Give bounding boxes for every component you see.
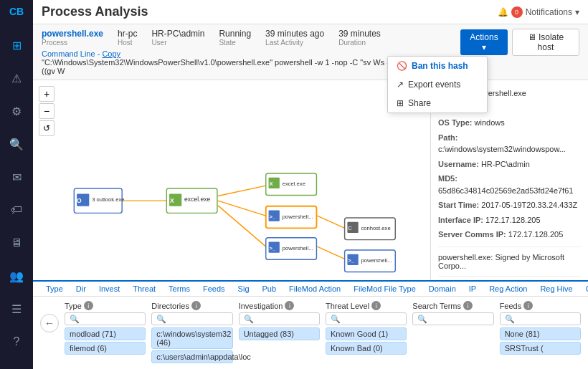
duration-label: Duration [338, 39, 381, 47]
dropdown-item-share[interactable]: ⊞ Share [388, 94, 487, 112]
graph-area: + − ↺ [33, 80, 430, 280]
filter-group-type: Type imodload (71)filemod (6) [65, 301, 146, 365]
filter-search-search terms[interactable] [412, 312, 493, 325]
filter-label: Threat Level i [326, 301, 407, 310]
tab-dir[interactable]: Dir [70, 282, 92, 296]
notifications-label: Notifications [526, 7, 572, 17]
process-name[interactable]: powershell.exe [42, 29, 103, 39]
filter-tag[interactable]: Known Good (1) [326, 327, 407, 340]
svg-text:X: X [170, 197, 174, 204]
node-ps2[interactable]: >_ powershell... [266, 238, 317, 260]
node-ps3[interactable]: >_ powershell... [345, 250, 396, 272]
reset-button[interactable]: ↺ [39, 120, 54, 136]
main-content: Process Analysis 🔔 0 Notifications ▾ pow… [33, 0, 588, 369]
node-outlook[interactable]: O 3 outlook.exe [74, 188, 124, 213]
svg-text:C: C [348, 225, 352, 231]
tab-terms[interactable]: Terms [163, 282, 196, 296]
sidebar-icon-dashboard[interactable]: ⊞ [6, 34, 27, 56]
host-label: Host [118, 39, 137, 47]
filter-tag[interactable]: Known Bad (0) [326, 342, 407, 355]
copy-link[interactable]: Copy [102, 49, 120, 58]
sidebar-icon-alert[interactable]: ⚠ [6, 67, 27, 89]
node-excel2[interactable]: X excel.exe [266, 173, 317, 196]
sidebar-icon-mail[interactable]: ✉ [6, 166, 27, 188]
page-header: Process Analysis 🔔 0 Notifications ▾ [33, 0, 588, 24]
edge-excel1-ps2 [218, 206, 266, 246]
tab-filemod-file-type[interactable]: FileMod File Type [348, 282, 422, 296]
filter-search-type[interactable] [65, 312, 146, 325]
back-button[interactable]: ← [40, 314, 59, 332]
filter-search-feeds[interactable] [500, 312, 581, 325]
sidebar-icon-group[interactable]: 👥 [6, 265, 27, 287]
right-panel-fields: PID: 5768OS Type: windowsPath: c:\window… [438, 102, 581, 241]
bell-icon: 🔔 [498, 7, 508, 17]
signed-text: powershell.exe: Signed by Microsoft Corp… [438, 253, 581, 270]
process-graph: O 3 outlook.exe X excel.exe X excel.exe [33, 80, 430, 280]
filter-tag[interactable]: c:\users\admin\appdata\loc [151, 350, 232, 363]
duration-group: 39 minutes Duration [338, 29, 381, 47]
filter-search-threat level[interactable] [326, 312, 407, 325]
tab-pub[interactable]: Pub [257, 282, 283, 296]
process-meta-row: powershell.exe Process hr-pc Host HR-PC\… [42, 29, 460, 47]
tab-invest[interactable]: Invest [93, 282, 125, 296]
tab-reg-hive[interactable]: Reg Hive [534, 282, 578, 296]
tab-sig[interactable]: Sig [232, 282, 255, 296]
filter-label: Directories i [151, 301, 232, 310]
tab-reg-action[interactable]: Reg Action [483, 282, 533, 296]
dropdown-item-export[interactable]: ↗ Export events [388, 75, 487, 94]
filter-search-investigation[interactable] [239, 312, 320, 325]
tab-feeds[interactable]: Feeds [197, 282, 231, 296]
bottom-tabs: TypeDirInvestThreatTermsFeedsSigPubFileM… [33, 280, 588, 296]
dropdown-item-ban[interactable]: 🚫 Ban this hash [388, 57, 487, 75]
svg-text:conhost.exe: conhost.exe [361, 225, 391, 231]
sidebar-icon-search[interactable]: 🔍 [6, 133, 27, 155]
share-label: Share [408, 98, 431, 108]
svg-text:3 outlook.exe: 3 outlook.exe [92, 196, 124, 203]
actions-dropdown: 🚫 Ban this hash ↗ Export events ⊞ Share [387, 56, 488, 113]
node-ps1-selected[interactable]: >_ powershell... [266, 206, 317, 229]
notifications-button[interactable]: 🔔 0 Notifications ▾ [498, 6, 579, 18]
info-icon: i [84, 301, 93, 310]
info-icon: i [463, 301, 473, 310]
filter-search-directories[interactable] [151, 312, 232, 325]
right-panel-field: Interface IP: 172.17.128.205 [438, 214, 581, 226]
tab-filemod-action[interactable]: FileMod Action [283, 282, 346, 296]
tab-threat[interactable]: Threat [127, 282, 161, 296]
zoom-out-button[interactable]: − [39, 103, 54, 119]
svg-text:O: O [77, 197, 82, 204]
ban-label: Ban this hash [412, 61, 468, 71]
app-logo[interactable]: CB [9, 6, 24, 17]
command-line-label: Command Line - [42, 49, 100, 58]
node-excel1[interactable]: X excel.exe [166, 188, 217, 213]
svg-text:>_: >_ [348, 257, 354, 264]
filter-tag[interactable]: None (81) [500, 327, 581, 340]
filter-tag[interactable]: filemod (6) [65, 342, 146, 355]
notification-badge: 0 [511, 6, 523, 18]
tab-child-path[interactable]: Child Path [580, 282, 588, 296]
isolate-button[interactable]: 🖥 Isolate host [512, 29, 579, 56]
filter-tag[interactable]: c:\windows\system32 (46) [151, 327, 232, 349]
state-label: State [219, 39, 251, 47]
right-panel-field: Start Time: 2017-05-19T20.33.24.433Z [438, 199, 581, 211]
sidebar-icon-monitor[interactable]: 🖥 [6, 232, 27, 254]
filter-tag[interactable]: SRSTrust ( [500, 342, 581, 355]
right-panel-field: Username: HR-PC\admin [438, 158, 581, 171]
sidebar-icon-settings[interactable]: ⚙ [6, 100, 27, 122]
actions-button[interactable]: Actions ▾ [460, 29, 508, 55]
sidebar-icon-list[interactable]: ☰ [6, 298, 27, 320]
sidebar-icon-tag[interactable]: 🏷 [6, 199, 27, 221]
ban-icon: 🚫 [397, 61, 407, 71]
filter-group-search-terms: Search Terms i [412, 301, 493, 365]
node-conhost[interactable]: C conhost.exe [345, 218, 396, 240]
sidebar-icon-help[interactable]: ? [6, 331, 27, 353]
edge-ps2-ps3 [317, 246, 344, 259]
right-panel-field: Path: c:\windows\system32\windowspow... [438, 132, 581, 155]
filter-tag[interactable]: Untagged (83) [239, 327, 320, 340]
sidebar: CB ⊞ ⚠ ⚙ 🔍 ✉ 🏷 🖥 👥 ☰ ? [0, 0, 33, 369]
tab-domain[interactable]: Domain [423, 282, 462, 296]
filter-tag[interactable]: modload (71) [65, 327, 146, 340]
export-icon: ↗ [397, 80, 404, 90]
zoom-in-button[interactable]: + [39, 86, 54, 102]
tab-ip[interactable]: IP [463, 282, 482, 296]
tab-type[interactable]: Type [40, 282, 69, 296]
